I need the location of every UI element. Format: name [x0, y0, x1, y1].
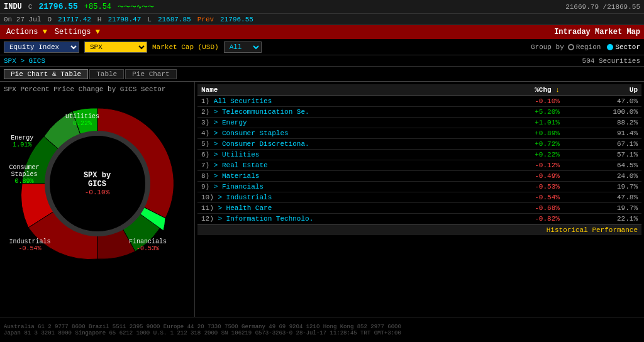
cell-name-combined[interactable]: 3) > Energy — [197, 118, 486, 128]
col-header-up[interactable]: Up — [564, 84, 641, 96]
footer: Australia 61 2 9777 8600 Brazil 5511 239… — [0, 317, 644, 342]
o-value: 21717.42 — [58, 16, 91, 23]
historical-performance-bar[interactable]: Historical Performance — [197, 224, 641, 235]
prev-label: Prev — [197, 16, 214, 23]
date-label: 0n 27 Jul — [4, 16, 41, 23]
cell-up: 100.0% — [564, 107, 641, 118]
table-row: 12) > Information Technolo.-0.82%22.1% — [197, 214, 641, 224]
actions-left: Actions ▼ Settings ▼ — [4, 28, 103, 36]
cell-chg: +5.20% — [486, 107, 564, 118]
label-financials: Financials -0.53% — [129, 238, 167, 252]
table-row: 7) > Real Estate-0.12%64.5% — [197, 160, 641, 171]
tab-table[interactable]: Table — [89, 69, 124, 79]
cell-name-combined[interactable]: 6) > Utilities — [197, 150, 486, 160]
cell-up: 88.2% — [564, 118, 641, 128]
cell-name-combined[interactable]: 9) > Financials — [197, 182, 486, 192]
cell-up: 64.5% — [564, 160, 641, 171]
table-row: 1) All Securities-0.10%47.0% — [197, 96, 641, 107]
cell-up: 47.0% — [564, 96, 641, 107]
cell-chg: -0.68% — [486, 203, 564, 214]
cell-chg: -0.49% — [486, 171, 564, 182]
cell-name-combined[interactable]: 4) > Consumer Staples — [197, 128, 486, 139]
col-header-chg[interactable]: %Chg ↓ — [486, 84, 564, 96]
spx-dropdown[interactable]: SPX — [84, 41, 147, 53]
sector-radio-dot — [607, 44, 613, 50]
tab-pie-chart-table[interactable]: Pie Chart & Table — [4, 69, 88, 79]
table-row: 5) > Consumer Discretiona.+0.72%67.1% — [197, 139, 641, 150]
l-label: L — [147, 16, 152, 23]
sort-arrow: ↓ — [555, 86, 560, 94]
pie-container: SPX by GICS -0.10% Utilities 0.22% Energ… — [9, 96, 186, 272]
table-row: 9) > Financials-0.53%19.7% — [197, 182, 641, 192]
cell-name-combined[interactable]: 5) > Consumer Discretiona. — [197, 139, 486, 150]
h-value: 21798.47 — [108, 16, 141, 23]
cell-chg: +0.72% — [486, 139, 564, 150]
tab-pie-chart[interactable]: Pie Chart — [125, 69, 176, 79]
prev-value: 21796.55 — [220, 16, 253, 23]
cell-name-combined[interactable]: 12) > Information Technolo. — [197, 214, 486, 224]
cell-chg: -0.12% — [486, 160, 564, 171]
table-row: 2) > Telecommunication Se.+5.20%100.0% — [197, 107, 641, 118]
table-row: 3) > Energy+1.01%88.2% — [197, 118, 641, 128]
mktcap-label: Market Cap (USD) — [152, 43, 219, 51]
cell-name-combined[interactable]: 10) > Industrials — [197, 192, 486, 203]
table-header-row: Name %Chg ↓ Up — [197, 84, 641, 96]
cell-up: 19.7% — [564, 203, 641, 214]
cell-name-combined[interactable]: 11) > Health Care — [197, 203, 486, 214]
actions-bar: Actions ▼ Settings ▼ Intraday Market Map — [0, 25, 644, 39]
o-label: O — [47, 16, 52, 23]
ticker-change: +85.54 — [84, 3, 111, 11]
breadcrumb: SPX > GICS — [4, 57, 45, 65]
region-label: Region — [576, 43, 601, 51]
cell-name-combined[interactable]: 8) > Materials — [197, 171, 486, 182]
main-content: SPX Percent Price Change by GICS Sector — [0, 82, 644, 317]
cell-up: 47.8% — [564, 192, 641, 203]
h-label: H — [97, 16, 102, 23]
chart-title: SPX Percent Price Change by GICS Sector — [4, 86, 191, 93]
cell-chg: -0.10% — [486, 96, 564, 107]
c-label: C — [28, 3, 33, 11]
intraday-label: Intraday Market Map — [554, 28, 640, 36]
l-value: 21687.85 — [158, 16, 191, 23]
securities-count: 504 Securities — [582, 57, 640, 65]
table-row: 10) > Industrials-0.54%47.8% — [197, 192, 641, 203]
cell-up: 24.0% — [564, 171, 641, 182]
cell-up: 91.4% — [564, 128, 641, 139]
label-energy: Energy 1.01% — [11, 135, 33, 148]
pie-center — [50, 136, 145, 231]
mktcap-all-dropdown[interactable]: All — [224, 41, 262, 53]
cell-name-combined[interactable]: 2) > Telecommunication Se. — [197, 107, 486, 118]
table-row: 6) > Utilities+0.22%57.1% — [197, 150, 641, 160]
label-utilities: Utilities 0.22% — [65, 113, 99, 127]
sector-radio[interactable]: Sector — [607, 43, 640, 51]
cell-chg: -0.54% — [486, 192, 564, 203]
table-row: 11) > Health Care-0.68%19.7% — [197, 203, 641, 214]
chart-section: SPX Percent Price Change by GICS Sector — [0, 82, 195, 317]
breadcrumb-bar: SPX > GICS 504 Securities — [0, 55, 644, 67]
region-radio[interactable]: Region — [568, 43, 601, 51]
region-radio-dot — [568, 44, 574, 50]
cell-up: 22.1% — [564, 214, 641, 224]
equity-index-dropdown[interactable]: Equity Index — [4, 41, 79, 53]
cell-name-combined[interactable]: 7) > Real Estate — [197, 160, 486, 171]
cell-up: 19.7% — [564, 182, 641, 192]
col-header-name[interactable]: Name — [197, 84, 486, 96]
label-consumer-staples: Consumer Staples 0.89% — [9, 164, 40, 185]
tabs-bar: Pie Chart & Table Table Pie Chart — [0, 67, 644, 82]
table-row: 8) > Materials-0.49%24.0% — [197, 171, 641, 182]
ticker-range: 21669.79 /21869.55 — [565, 3, 640, 11]
settings-button[interactable]: Settings ▼ — [52, 28, 103, 36]
ticker-bar-1: INDU C 21796.55 +85.54 〜〜〜∿〜〜 21669.79 /… — [0, 0, 644, 14]
cell-chg: +0.22% — [486, 150, 564, 160]
table-row: 4) > Consumer Staples+0.89%91.4% — [197, 128, 641, 139]
group-by-label: Group by — [531, 43, 564, 51]
table-section: Name %Chg ↓ Up 1) All Securities-0.10%47… — [195, 82, 644, 317]
data-table: Name %Chg ↓ Up 1) All Securities-0.10%47… — [197, 84, 641, 224]
cell-chg: +0.89% — [486, 128, 564, 139]
actions-button[interactable]: Actions ▼ — [4, 28, 50, 36]
ticker-symbol: INDU — [4, 3, 22, 11]
controls-bar: Equity Index SPX Market Cap (USD) All Gr… — [0, 39, 644, 55]
cell-name-combined[interactable]: 1) All Securities — [197, 96, 486, 107]
group-by-section: Group by Region Sector — [531, 43, 640, 51]
cell-chg: +1.01% — [486, 118, 564, 128]
